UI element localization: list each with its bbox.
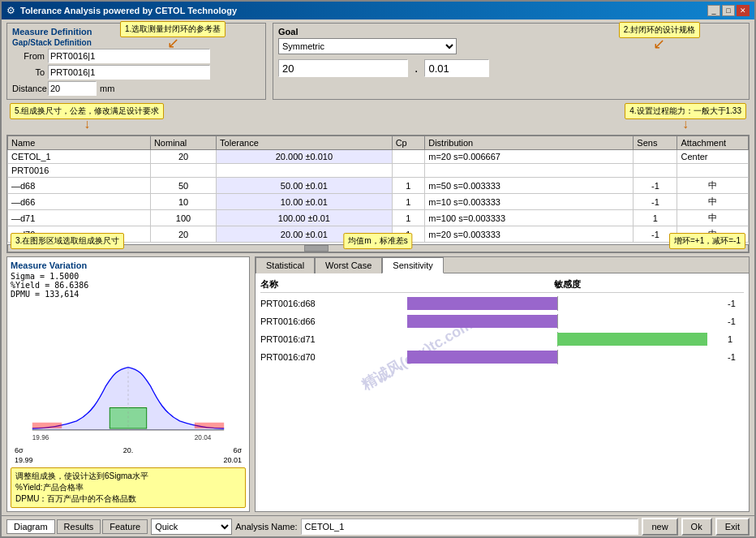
sens-bar-negative-d68: [407, 297, 557, 310]
tab-sensitivity[interactable]: Sensitivity: [382, 257, 444, 273]
from-label: From: [12, 51, 45, 61]
cell-nominal: 20: [150, 226, 216, 243]
goal-decimal-input[interactable]: [424, 59, 489, 77]
bottom-dropdown[interactable]: Quick: [151, 519, 232, 535]
ann-bottom-line1: 调整组成换，使设计达到6Sigma水平: [15, 471, 241, 482]
sigma-stat: Sigma = 1.5000: [11, 272, 246, 281]
annotation-6: 均值m，标准差s: [343, 233, 412, 249]
table-row: —d66 10 10.00 ±0.01 1 m=10 s=0.003333 -1…: [8, 194, 749, 210]
sens-bar-d66: [390, 314, 724, 329]
tab-content: 精诚风(cax)tc.com 名称 敏感度 PRT0016:d68 -1: [256, 273, 749, 511]
analysis-name-label: Analysis Name:: [235, 522, 297, 532]
cell-name: CETOL_1: [8, 150, 151, 164]
cell-cp: 1: [392, 194, 425, 210]
distance-row: Distance mm: [12, 81, 260, 96]
cell-sens: -1: [634, 194, 677, 210]
sens-name-d66: PRT0016:d66: [260, 316, 390, 326]
to-label: To: [12, 67, 45, 77]
mv-stats: Sigma = 1.5000 %Yield = 86.6386 DPMU = 1…: [11, 272, 246, 299]
cell-tolerance: 20.000 ±0.010: [217, 150, 393, 164]
sens-value-d66: -1: [728, 316, 744, 326]
title-buttons: _ □ ✕: [707, 5, 750, 16]
maximize-button[interactable]: □: [722, 5, 735, 16]
sens-bar-positive-d71: [557, 333, 707, 346]
cell-tolerance: 10.00 ±0.01: [217, 194, 393, 210]
cell-cp: 1: [392, 210, 425, 226]
table-row: CETOL_1 20 20.000 ±0.010 m=20 s=0.006667…: [8, 150, 749, 164]
svg-text:19.96: 19.96: [32, 434, 49, 441]
bottom-section: Measure Variation Sigma = 1.5000 %Yield …: [6, 256, 750, 512]
cell-cp: [392, 164, 425, 178]
cell-sens: [634, 150, 677, 164]
distribution-chart: 19.96 20.04: [15, 364, 242, 445]
cell-attach: [677, 164, 749, 178]
col-name: Name: [8, 136, 151, 150]
to-row: To: [12, 65, 260, 80]
data-table: Name Nominal Tolerance Cp Distribution S…: [7, 136, 749, 243]
cell-attach: 中: [677, 210, 749, 226]
mv-title: Measure Variation: [11, 260, 246, 270]
dpmu-stat: DPMU = 133,614: [11, 290, 246, 299]
sensitivity-row: PRT0016:d71 1: [260, 332, 744, 346]
measure-variation-panel: Measure Variation Sigma = 1.5000 %Yield …: [6, 256, 250, 512]
to-input[interactable]: [48, 65, 210, 80]
sens-bar-d71: [390, 332, 724, 346]
sens-bar-d68: [390, 296, 724, 311]
bottom-axis-labels: 19.99 20.01: [15, 456, 242, 464]
distance-input[interactable]: [48, 81, 97, 96]
col-attachment: Attachment: [677, 136, 749, 150]
cell-sens: [634, 164, 677, 178]
ok-button[interactable]: Ok: [681, 518, 712, 536]
cell-dist: [425, 164, 634, 178]
cell-attach: Center: [677, 150, 749, 164]
bottom-tabs: Diagram Results Feature: [6, 519, 148, 534]
close-button[interactable]: ✕: [737, 5, 750, 16]
annotation-5: 5.组成换尺寸，公差，修改满足设计要求 ↓: [10, 103, 164, 131]
bottom-tab-results[interactable]: Results: [57, 519, 101, 534]
cell-name: —d66: [8, 194, 151, 210]
new-button[interactable]: new: [642, 518, 677, 536]
tab-worst-case[interactable]: Worst Case: [315, 257, 382, 273]
tab-statistical[interactable]: Statistical: [256, 257, 315, 273]
sensitivity-row: PRT0016:d68 -1: [260, 296, 744, 311]
bottom-bar: Diagram Results Feature Quick Analysis N…: [2, 515, 754, 536]
chart-area: 19.96 20.04 6σ 20. 6σ 19.99 20.01: [11, 302, 246, 464]
annotation-7: 增环=+1，减环=-1: [669, 233, 745, 249]
svg-rect-4: [195, 423, 224, 428]
main-table-area: 3.在图形区域选取组成换尺寸 均值m，标准差s 增环=+1，减环=-1 Name…: [6, 135, 750, 253]
table-row: PRT0016: [8, 164, 749, 178]
table-row: —d68 50 50.00 ±0.01 1 m=50 s=0.003333 -1…: [8, 178, 749, 194]
annotation-2: 2.封闭环的设计规格 ↙: [619, 22, 700, 53]
sens-value-d68: -1: [728, 299, 744, 308]
distance-label: Distance: [12, 84, 45, 93]
col-nominal: Nominal: [150, 136, 216, 150]
cell-dist: m=50 s=0.003333: [425, 178, 634, 194]
annotation-3: 3.在图形区域选取组成换尺寸: [11, 233, 124, 249]
goal-dropdown[interactable]: Symmetric: [278, 38, 457, 54]
cell-name: —d68: [8, 178, 151, 194]
tab-bar: Statistical Worst Case Sensitivity: [256, 257, 749, 273]
main-window: ⚙ Tolerance Analysis powered by CETOL Te…: [0, 0, 756, 538]
sens-center-line: [557, 314, 558, 329]
bottom-left-label: 19.99: [15, 456, 33, 464]
annotation-1: 1.选取测量封闭环的参考基 ↙: [120, 21, 226, 52]
sens-bar-negative-d66: [407, 315, 557, 328]
top-section: 1.选取测量封闭环的参考基 ↙ Measure Definition Gap/S…: [6, 23, 750, 100]
goal-panel: 2.封闭环的设计规格 ↙ Goal Symmetric .: [273, 23, 750, 100]
title-bar: ⚙ Tolerance Analysis powered by CETOL Te…: [2, 2, 754, 19]
bottom-tab-feature[interactable]: Feature: [102, 519, 148, 534]
goal-value-input[interactable]: [278, 59, 408, 77]
exit-button[interactable]: Exit: [715, 518, 750, 536]
sens-name-header: 名称: [260, 278, 390, 291]
minimize-button[interactable]: _: [707, 5, 720, 16]
svg-text:20.04: 20.04: [195, 434, 212, 441]
cell-name: PRT0016: [8, 164, 151, 178]
bottom-tab-diagram[interactable]: Diagram: [6, 519, 55, 534]
tabs-panel: Statistical Worst Case Sensitivity 精诚风(c…: [255, 256, 750, 512]
cell-tolerance: 100.00 ±0.01: [217, 210, 393, 226]
cell-cp: [392, 150, 425, 164]
analysis-name-input[interactable]: [301, 519, 639, 535]
sensitivity-header: 名称 敏感度: [260, 278, 744, 293]
sens-center-line: [557, 350, 558, 364]
sens-value-d71: 1: [728, 334, 744, 344]
